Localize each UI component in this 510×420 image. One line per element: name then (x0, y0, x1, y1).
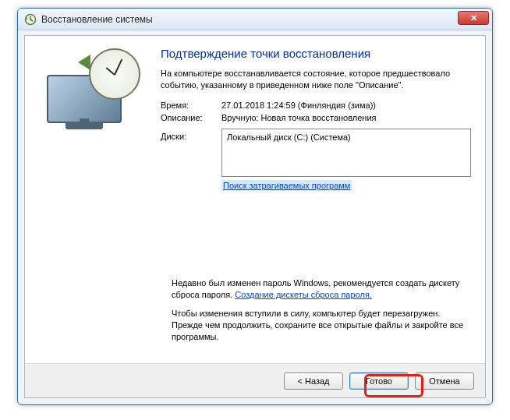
close-button[interactable]: ✕ (458, 11, 489, 25)
cancel-button[interactable]: Отмена (415, 372, 474, 390)
dialog-body: Подтверждение точки восстановления На ко… (24, 35, 486, 398)
page-heading: Подтверждение точки восстановления (161, 47, 471, 60)
disks-listbox[interactable]: Локальный диск (C:) (Система) (221, 129, 471, 177)
description-row: Описание: Вручную: Новая точка восстанов… (161, 113, 471, 122)
scan-affected-programs-link[interactable]: Поиск затрагиваемых программ (221, 180, 352, 191)
titlebar[interactable]: Восстановление системы ✕ (18, 9, 492, 30)
intro-text: На компьютере восстанавливается состояни… (161, 68, 471, 91)
time-row: Время: 27.01.2018 1:24:59 (Финляндия (зи… (161, 101, 471, 110)
restore-graphic (39, 47, 148, 132)
window-title: Восстановление системы (41, 14, 153, 25)
disks-row: Диски: Локальный диск (C:) (Система) (161, 129, 471, 177)
description-value: Вручную: Новая точка восстановления (221, 113, 377, 122)
time-label: Время: (161, 101, 221, 110)
wizard-graphic-column (25, 36, 158, 363)
dialog-window: Восстановление системы ✕ Подтверждение т… (17, 8, 493, 405)
button-bar: < Назад Готово Отмена (25, 363, 485, 397)
close-icon: ✕ (470, 13, 477, 23)
password-note: Недавно был изменен пароль Windows, реко… (172, 277, 466, 301)
disks-label: Диски: (161, 129, 221, 177)
time-value: 27.01.2018 1:24:59 (Финляндия (зима)) (221, 101, 376, 110)
create-reset-disk-link[interactable]: Создание дискеты сброса пароля. (235, 290, 372, 299)
footer-notes: Недавно был изменен пароль Windows, реко… (172, 277, 466, 351)
description-label: Описание: (161, 113, 221, 122)
finish-button[interactable]: Готово (349, 372, 409, 390)
restart-warning: Чтобы изменения вступили в силу, компьют… (172, 308, 466, 343)
restore-icon (24, 13, 37, 26)
disk-item: Локальный диск (C:) (Система) (227, 132, 351, 142)
back-button[interactable]: < Назад (284, 372, 343, 390)
